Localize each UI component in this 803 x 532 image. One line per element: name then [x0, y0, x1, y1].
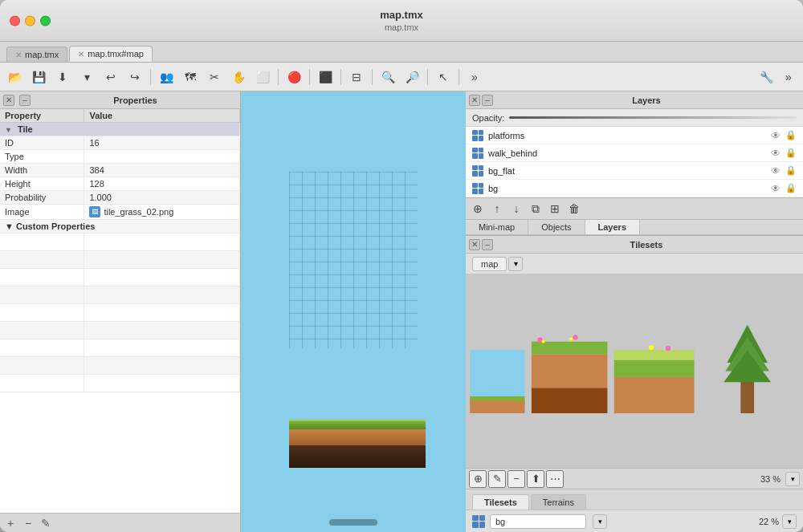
view-tabs: Mini-map Objects Layers	[466, 220, 803, 235]
export-dropdown-button[interactable]: ▾	[75, 66, 98, 88]
layer-lock-icon[interactable]: 🔒	[785, 130, 797, 140]
remove-property-button[interactable]: −	[21, 516, 35, 530]
eraser-button[interactable]: ✋	[227, 66, 250, 88]
properties-minimize-button[interactable]: –	[19, 95, 31, 106]
tile-section-arrow: ▼	[5, 126, 12, 134]
terrain-select-arrow[interactable]: ▾	[593, 514, 607, 529]
fill-button[interactable]: ✂	[203, 66, 226, 88]
separator-6	[427, 69, 428, 85]
layer-item-bg[interactable]: bg 👁 🔒	[466, 180, 803, 197]
tileset-zoom-dropdown[interactable]: ▾	[785, 472, 800, 486]
tab-terrains[interactable]: Terrains	[531, 494, 586, 510]
tileset-edit-button[interactable]: ✎	[488, 470, 506, 488]
tilesets-close-button[interactable]: ✕	[469, 239, 480, 250]
close-button[interactable]	[10, 15, 20, 26]
open-button[interactable]: 📂	[3, 66, 26, 88]
duplicate-layer-button[interactable]: ⧉	[527, 200, 544, 217]
rect-select-button[interactable]: ⬜	[251, 66, 274, 88]
save-button[interactable]: 💾	[27, 66, 50, 88]
layer-name-platforms: platforms	[488, 131, 766, 140]
tileset-name-button[interactable]: map	[472, 257, 507, 271]
extra-button-2[interactable]: »	[777, 66, 800, 88]
table-row: Image 🖼 tile_grass_02.png	[0, 205, 240, 220]
opacity-label: Opacity:	[472, 113, 504, 123]
layers-close-button[interactable]: ✕	[469, 95, 480, 106]
prop-probability-label: Probability	[0, 191, 84, 205]
move-layer-up-button[interactable]: ↑	[488, 200, 506, 217]
layer-list: platforms 👁 🔒 walk_behind 👁 🔒	[466, 127, 803, 197]
tileset-remove-button[interactable]: −	[507, 470, 525, 488]
overflow-button[interactable]: »	[463, 66, 486, 88]
layer-item-platforms[interactable]: platforms 👁 🔒	[466, 127, 803, 144]
tab-layers[interactable]: Layers	[585, 220, 640, 234]
export-button[interactable]: ⬇	[51, 66, 74, 88]
image-file-icon: 🖼	[89, 206, 100, 217]
svg-point-16	[666, 346, 671, 351]
svg-point-8	[542, 340, 545, 343]
layer-item-walk-behind[interactable]: walk_behind 👁 🔒	[466, 144, 803, 162]
layer-eye-icon-3[interactable]: 👁	[771, 165, 781, 177]
tileset-add-button[interactable]: ⊕	[469, 470, 487, 488]
layer-grid-icon-4	[472, 183, 483, 194]
tileset-export-button[interactable]: ⬆	[527, 470, 544, 488]
map-view[interactable]	[241, 91, 466, 532]
delete-layer-button[interactable]: 🗑	[565, 200, 583, 217]
horizontal-scrollbar[interactable]	[329, 519, 377, 526]
terrain-zoom-dropdown[interactable]: ▾	[782, 514, 797, 529]
custom-props-arrow: ▼	[5, 221, 14, 231]
layer-name-walk-behind: walk_behind	[488, 148, 766, 158]
main-content: ✕ – Properties Property Value	[0, 91, 803, 532]
layers-minimize-button[interactable]: –	[482, 95, 493, 106]
tileset-dropdown-button[interactable]: ▾	[508, 257, 523, 271]
layers-toggle-button[interactable]: ⊟	[345, 66, 368, 88]
terrain-zoom: 22 % ▾	[759, 514, 797, 529]
extra-button[interactable]: 🔧	[755, 66, 777, 88]
layer-eye-icon-2[interactable]: 👁	[771, 148, 781, 159]
opacity-slider[interactable]	[509, 116, 797, 119]
tab-objects[interactable]: Objects	[528, 220, 585, 234]
prop-image-label: Image	[0, 205, 84, 220]
tab-close-icon[interactable]: ✕	[15, 51, 22, 59]
layer-lock-icon-3[interactable]: 🔒	[785, 165, 797, 176]
maximize-button[interactable]	[40, 15, 51, 26]
layer-item-bg-flat[interactable]: bg_flat 👁 🔒	[466, 162, 803, 180]
terrain-select[interactable]: bg	[490, 514, 586, 529]
layer-lock-icon-4[interactable]: 🔒	[785, 183, 797, 193]
tilesets-title: Tilesets	[493, 240, 800, 250]
terrain-strip	[289, 420, 426, 468]
tab-tilesets[interactable]: Tilesets	[472, 494, 529, 510]
properties-panel: ✕ – Properties Property Value	[0, 91, 241, 532]
merge-layer-button[interactable]: ⊞	[546, 200, 564, 217]
layer-eye-icon-4[interactable]: 👁	[771, 183, 781, 194]
stamp-button[interactable]: 🗺	[179, 66, 202, 88]
undo-button[interactable]: ↩	[100, 66, 122, 88]
move-layer-down-button[interactable]: ↓	[507, 200, 525, 217]
col-property: Property	[0, 109, 84, 123]
add-layer-button[interactable]: ⊕	[469, 200, 487, 217]
tab-map-tmx-map[interactable]: ✕ map.tmx#map	[69, 46, 153, 62]
minimize-button[interactable]	[25, 15, 35, 26]
layer-lock-icon-2[interactable]: 🔒	[785, 148, 797, 158]
tab-minimap[interactable]: Mini-map	[466, 220, 528, 234]
preview-button[interactable]: ⬛	[314, 66, 336, 88]
redo-button[interactable]: ↪	[124, 66, 146, 88]
tilesets-minimize-button[interactable]: –	[482, 239, 493, 250]
tileset-properties-button[interactable]: ⋯	[546, 470, 564, 488]
zoom-in-button[interactable]: 🔎	[401, 66, 423, 88]
prop-height-value: 128	[84, 177, 240, 191]
zoom-out-button[interactable]: 🔍	[377, 66, 399, 88]
right-panel: ✕ – Layers Opacity: platforms	[466, 91, 803, 532]
properties-close-button[interactable]: ✕	[3, 95, 14, 106]
pointer-button[interactable]: ↖	[432, 66, 454, 88]
prop-image-value: 🖼 tile_grass_02.png	[84, 205, 240, 220]
tileset-preview[interactable]	[466, 274, 803, 468]
bottom-tabs: Tilesets Terrains	[466, 489, 803, 510]
add-property-button[interactable]: +	[3, 516, 18, 530]
select-button[interactable]: 👥	[155, 66, 177, 88]
layer-eye-icon[interactable]: 👁	[771, 130, 781, 141]
shape-button[interactable]: 🔴	[283, 66, 305, 88]
custom-props-label: Custom Properties	[16, 221, 95, 231]
tab-close-icon-2[interactable]: ✕	[78, 50, 84, 59]
edit-property-button[interactable]: ✎	[39, 516, 53, 530]
tab-map-tmx[interactable]: ✕ map.tmx	[6, 47, 67, 62]
